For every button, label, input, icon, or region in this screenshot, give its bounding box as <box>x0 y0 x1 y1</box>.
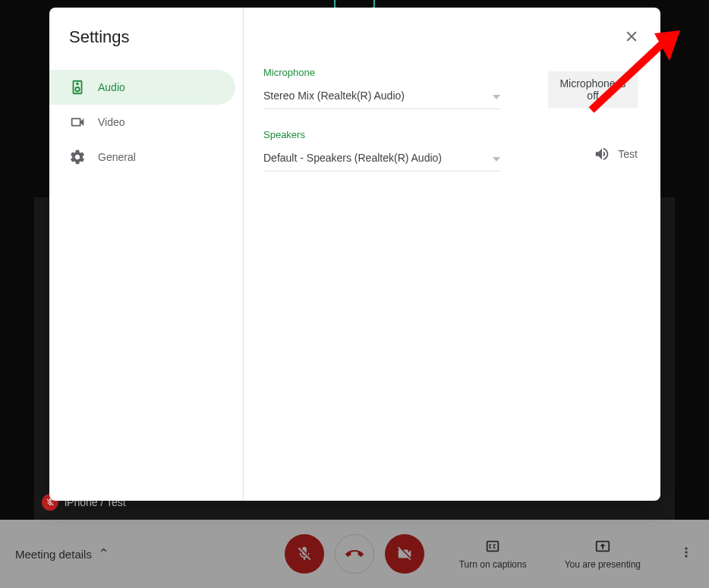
present-icon <box>594 538 611 555</box>
close-button[interactable] <box>616 21 647 52</box>
settings-sidebar: Settings Audio Video General <box>49 8 244 501</box>
microphone-toggle-button[interactable] <box>285 534 324 574</box>
settings-title: Settings <box>49 27 243 47</box>
hangup-icon <box>345 545 364 563</box>
speakers-value: Default - Speakers (Realtek(R) Audio) <box>263 152 442 164</box>
present-label: You are presenting <box>565 559 641 570</box>
captions-icon <box>484 538 501 555</box>
sidebar-item-label: Video <box>98 116 125 128</box>
sidebar-item-video[interactable]: Video <box>49 105 235 140</box>
captions-label: Turn on captions <box>459 559 527 570</box>
sidebar-item-label: Audio <box>98 81 125 93</box>
microphone-value: Stereo Mix (Realtek(R) Audio) <box>263 90 405 102</box>
camera-toggle-button[interactable] <box>385 534 424 574</box>
speakers-dropdown[interactable]: Default - Speakers (Realtek(R) Audio) <box>263 148 500 171</box>
dropdown-arrow-icon <box>493 151 500 165</box>
close-icon <box>623 28 640 45</box>
center-call-controls <box>285 534 424 574</box>
more-options-button[interactable] <box>679 545 694 563</box>
captions-button[interactable]: Turn on captions <box>459 538 527 570</box>
meeting-bottom-bar: Meeting details ⌃ Turn on captions You a… <box>0 520 709 588</box>
dropdown-arrow-icon <box>493 89 500 102</box>
speakers-section: Speakers Default - Speakers (Realtek(R) … <box>263 129 638 171</box>
video-icon <box>69 114 86 130</box>
microphone-status: Microphone is off <box>548 71 638 108</box>
camera-off-icon <box>396 546 413 562</box>
sidebar-item-audio[interactable]: Audio <box>49 70 235 105</box>
settings-main-panel: Microphone Stereo Mix (Realtek(R) Audio)… <box>244 8 660 501</box>
present-button[interactable]: You are presenting <box>565 538 641 570</box>
microphone-label: Microphone <box>263 67 518 78</box>
more-vert-icon <box>679 545 694 560</box>
microphone-off-icon <box>296 546 313 562</box>
gear-icon <box>69 149 86 165</box>
meeting-details-label: Meeting details <box>15 548 92 561</box>
volume-icon <box>594 146 610 162</box>
sidebar-item-general[interactable]: General <box>49 140 235 175</box>
sidebar-item-label: General <box>98 151 136 163</box>
right-controls: Turn on captions You are presenting <box>459 538 694 570</box>
speaker-icon <box>69 79 86 96</box>
hangup-button[interactable] <box>335 534 374 574</box>
chevron-up-icon: ⌃ <box>98 546 109 562</box>
settings-tab-list: Audio Video General <box>49 70 243 175</box>
settings-dialog: Settings Audio Video General Microphone <box>49 8 660 501</box>
test-speakers-button[interactable]: Test <box>594 146 638 162</box>
test-label: Test <box>618 148 638 160</box>
microphone-section: Microphone Stereo Mix (Realtek(R) Audio)… <box>263 67 638 109</box>
speakers-label: Speakers <box>263 129 548 140</box>
meeting-details-button[interactable]: Meeting details ⌃ <box>15 546 109 562</box>
microphone-dropdown[interactable]: Stereo Mix (Realtek(R) Audio) <box>263 86 500 109</box>
